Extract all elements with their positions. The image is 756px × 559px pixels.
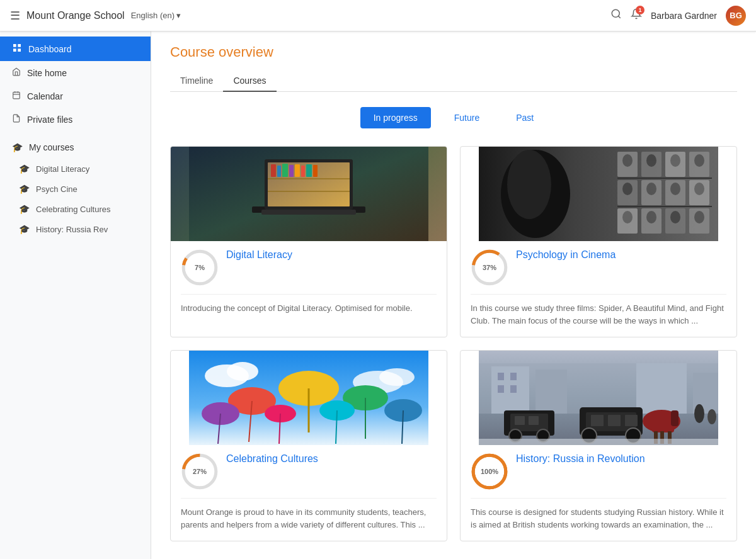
svg-point-42: [622, 154, 633, 167]
course-body-cultures: 27% Celebrating Cultures Mount Orange is…: [171, 445, 447, 541]
dashboard-icon: [12, 43, 22, 55]
sidebar-item-private-files[interactable]: Private files: [0, 108, 151, 131]
course-image-psych: [461, 147, 736, 241]
search-icon[interactable]: [610, 8, 622, 23]
course-desc-russia: This course is designed for students stu…: [471, 506, 726, 531]
svg-rect-87: [498, 385, 504, 393]
hamburger-icon[interactable]: ☰: [10, 9, 20, 23]
course-card-psychology[interactable]: 37% Psychology in Cinema In this course …: [460, 146, 737, 337]
avatar[interactable]: BG: [726, 6, 746, 26]
svg-rect-98: [608, 415, 621, 426]
sidebar-item-calendar-label: Calendar: [27, 91, 63, 101]
svg-point-62: [379, 368, 415, 386]
svg-rect-85: [498, 373, 504, 380]
course-body-psych: 37% Psychology in Cinema In this course …: [461, 241, 736, 337]
svg-point-108: [694, 404, 704, 423]
svg-point-43: [646, 154, 656, 167]
course-title-cultures: Celebrating Cultures: [226, 453, 318, 468]
svg-point-53: [694, 211, 704, 223]
svg-rect-3: [18, 44, 21, 47]
divider-digital: [181, 294, 437, 295]
course-title-text-russia: History: Russia in Revolution: [516, 453, 645, 466]
navbar-brand: ☰ Mount Orange School English (en) ▾: [10, 9, 610, 23]
svg-rect-97: [591, 415, 604, 426]
svg-rect-6: [13, 92, 20, 99]
svg-point-60: [227, 362, 258, 381]
course-icon-history: 🎓: [19, 224, 30, 234]
svg-rect-15: [268, 191, 350, 192]
progress-donut-russia: 100%: [471, 453, 508, 490]
course-title-psych: Psychology in Cinema: [516, 249, 616, 264]
svg-point-49: [694, 183, 704, 195]
svg-rect-2: [13, 44, 16, 47]
svg-rect-86: [510, 373, 517, 380]
course-body-russia: 100% History: Russia in Revolution This …: [461, 445, 736, 541]
course-title-text-psych: Psychology in Cinema: [516, 249, 616, 262]
svg-rect-4: [13, 48, 16, 52]
course-icon-cultures: 🎓: [19, 204, 30, 214]
svg-rect-92: [529, 416, 539, 425]
course-image-cultures: [171, 351, 447, 445]
svg-rect-14: [268, 178, 350, 179]
svg-point-109: [707, 409, 716, 424]
progress-label-psych: 37%: [483, 264, 496, 271]
course-card-digital-literacy[interactable]: 7% Digital Literacy Introducing the conc…: [170, 146, 447, 337]
course-info-russia: 100% History: Russia in Revolution: [471, 453, 726, 490]
filter-future[interactable]: Future: [441, 107, 493, 128]
notifications-button[interactable]: 1: [631, 8, 642, 23]
sidebar-item-celebrating-cultures[interactable]: 🎓 Celebrating Cultures: [0, 199, 151, 219]
svg-point-51: [646, 211, 656, 223]
sidebar-my-courses-label: My courses: [29, 142, 74, 152]
svg-rect-17: [277, 166, 281, 177]
svg-rect-91: [515, 416, 525, 425]
main-content: Course overview Timeline Courses In prog…: [151, 31, 756, 559]
progress-donut-psych: 37%: [471, 249, 508, 286]
user-name[interactable]: Barbara Gardner: [651, 11, 717, 21]
svg-rect-18: [282, 164, 288, 177]
course-icon-psych: 🎓: [19, 184, 30, 194]
course-card-celebrating-cultures[interactable]: 27% Celebrating Cultures Mount Orange is…: [170, 350, 447, 541]
page-title: Course overview: [170, 44, 737, 60]
sidebar-item-calendar[interactable]: Calendar: [0, 84, 151, 108]
course-card-history-russia[interactable]: 100% History: Russia in Revolution This …: [460, 350, 737, 541]
sidebar-psych-cine-label: Psych Cine: [36, 184, 77, 194]
svg-rect-20: [295, 164, 300, 177]
progress-label-cultures: 27%: [193, 468, 207, 475]
course-title-text-digital: Digital Literacy: [226, 249, 292, 262]
svg-rect-82: [536, 370, 567, 414]
sidebar-item-digital-literacy[interactable]: 🎓 Digital Literacy: [0, 159, 151, 179]
navbar-right: 1 Barbara Gardner BG: [610, 6, 746, 26]
home-icon: [12, 67, 21, 78]
progress-label-digital: 7%: [195, 264, 205, 271]
svg-rect-104: [671, 410, 679, 426]
sidebar-item-history-russia[interactable]: 🎓 History: Russia Rev: [0, 219, 151, 239]
svg-rect-103: [652, 414, 674, 432]
course-desc-digital: Introducing the concept of Digital Liter…: [181, 302, 437, 315]
sidebar-item-private-files-label: Private files: [27, 115, 72, 125]
course-body-digital: 7% Digital Literacy Introducing the conc…: [171, 241, 447, 325]
lang-label: English (en): [131, 11, 175, 20]
tab-courses[interactable]: Courses: [223, 71, 276, 92]
sidebar-item-psych-cine[interactable]: 🎓 Psych Cine: [0, 179, 151, 199]
course-icon-digital: 🎓: [19, 164, 30, 174]
svg-rect-22: [306, 164, 312, 177]
course-image-russia: [461, 351, 736, 445]
course-info-digital: 7% Digital Literacy: [181, 249, 437, 286]
course-tabs: Timeline Courses: [170, 71, 737, 92]
svg-rect-5: [18, 48, 21, 52]
filter-past[interactable]: Past: [503, 107, 547, 128]
sidebar-item-dashboard[interactable]: Dashboard: [0, 37, 151, 61]
language-selector[interactable]: English (en) ▾: [131, 11, 181, 20]
filter-in-progress[interactable]: In progress: [360, 107, 431, 128]
tab-timeline[interactable]: Timeline: [170, 71, 223, 92]
sidebar-celebrating-cultures-label: Celebrating Cultures: [36, 205, 111, 214]
sidebar-item-site-home[interactable]: Site home: [0, 61, 151, 84]
course-title-russia: History: Russia in Revolution: [516, 453, 645, 468]
navbar: ☰ Mount Orange School English (en) ▾ 1 B…: [0, 0, 756, 31]
course-desc-cultures: Mount Orange is proud to have in its com…: [181, 506, 437, 531]
lang-arrow-icon: ▾: [176, 11, 181, 20]
svg-rect-19: [289, 165, 294, 177]
svg-point-52: [670, 211, 680, 223]
divider-psych: [471, 294, 726, 295]
sidebar-item-my-courses[interactable]: 🎓 My courses: [0, 136, 151, 159]
